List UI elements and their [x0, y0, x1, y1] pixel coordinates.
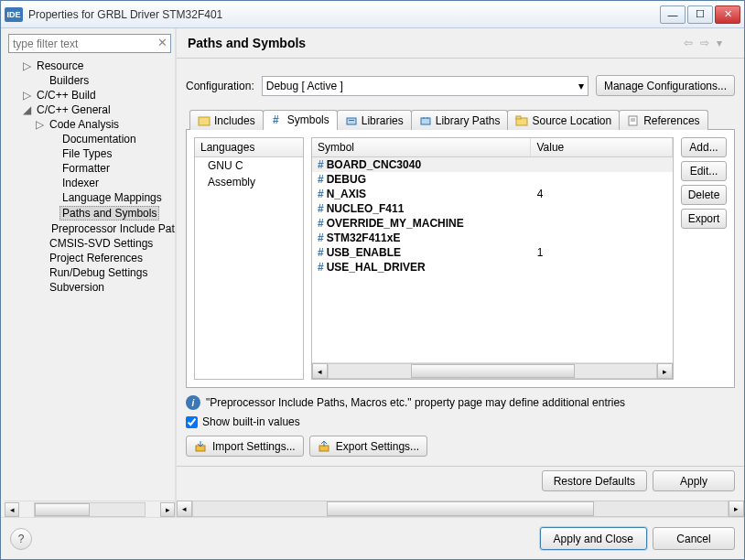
apply-button[interactable]: Apply: [653, 470, 735, 491]
tree-item[interactable]: ▷Code Analysis: [5, 117, 175, 132]
main-scrollbar[interactable]: ◂▸: [177, 501, 744, 517]
symbol-row[interactable]: #USB_ENABLE1: [312, 245, 673, 260]
language-item[interactable]: Assembly: [195, 174, 303, 190]
symbol-value: [532, 202, 673, 215]
symbol-row[interactable]: #BOARD_CNC3040: [312, 157, 673, 172]
tab-label: Library Paths: [436, 114, 501, 127]
menu-arrow-icon[interactable]: ▾: [717, 37, 733, 49]
symbol-row[interactable]: #N_AXIS4: [312, 187, 673, 201]
tab-includes[interactable]: Includes: [189, 110, 264, 130]
clear-filter-icon[interactable]: ✕: [157, 36, 167, 49]
svg-rect-4: [421, 118, 430, 124]
import-settings-button[interactable]: Import Settings...: [186, 436, 304, 457]
config-dropdown[interactable]: Debug [ Active ] ▾: [262, 76, 588, 96]
tree-item[interactable]: Documentation: [5, 132, 175, 146]
value-column-header[interactable]: Value: [531, 138, 673, 156]
tab-libraries[interactable]: Libraries: [337, 110, 412, 130]
symbols-table[interactable]: Symbol Value #BOARD_CNC3040#DEBUG#N_AXIS…: [311, 137, 674, 380]
show-builtin-label: Show built-in values: [202, 415, 300, 428]
export-icon: [318, 440, 332, 453]
tree-item[interactable]: Paths and Symbols: [5, 205, 175, 221]
symbol-name: STM32F411xE: [327, 232, 401, 244]
export-button[interactable]: Export: [681, 209, 727, 229]
tab-source-location[interactable]: Source Location: [507, 110, 620, 130]
svg-rect-6: [516, 116, 521, 119]
table-scrollbar[interactable]: ◂▸: [312, 362, 673, 379]
symbol-value: 4: [532, 188, 673, 200]
tree-item[interactable]: ◢C/C++ General: [5, 102, 175, 117]
tree-item[interactable]: ▷Resource: [5, 59, 175, 73]
tree-item[interactable]: CMSIS-SVD Settings: [5, 236, 175, 251]
back-icon[interactable]: ⇦: [684, 37, 700, 49]
maximize-button[interactable]: ☐: [687, 5, 713, 24]
tree-label: Paths and Symbols: [59, 206, 159, 221]
hash-icon: #: [318, 188, 324, 200]
tree-label: C/C++ General: [34, 103, 113, 116]
symbol-name: N_AXIS: [327, 188, 366, 200]
delete-button[interactable]: Delete: [681, 185, 727, 205]
window-title: Properties for GRBL Driver STM32F401: [28, 8, 660, 21]
tab-label: Source Location: [532, 114, 611, 127]
tree-item[interactable]: Preprocessor Include Pat: [5, 221, 175, 236]
minimize-button[interactable]: —: [660, 5, 686, 24]
tree-label: Indexer: [59, 177, 102, 189]
tree-label: Builders: [47, 74, 92, 87]
tab-label: References: [643, 114, 699, 127]
titlebar[interactable]: IDE Properties for GRBL Driver STM32F401…: [1, 1, 744, 28]
restore-defaults-button[interactable]: Restore Defaults: [542, 470, 647, 491]
tree-item[interactable]: Project References: [5, 251, 175, 265]
symbol-name: USB_ENABLE: [327, 246, 401, 259]
symbol-row[interactable]: #OVERRIDE_MY_MACHINE: [312, 216, 673, 231]
tab-symbols[interactable]: #Symbols: [263, 110, 338, 130]
tree-label: File Types: [59, 147, 114, 160]
sidebar: ✕ ▷ResourceBuilders▷C/C++ Build◢C/C++ Ge…: [1, 28, 175, 517]
symbol-row[interactable]: #DEBUG: [312, 172, 673, 187]
page-title: Paths and Symbols: [188, 36, 684, 50]
apply-close-button[interactable]: Apply and Close: [540, 527, 647, 550]
languages-header: Languages: [195, 138, 303, 157]
languages-panel: Languages GNU CAssembly: [194, 137, 304, 380]
symbol-row[interactable]: #STM32F411xE: [312, 231, 673, 245]
tree-item[interactable]: Builders: [5, 73, 175, 88]
tree-item[interactable]: Language Mappings: [5, 190, 175, 205]
symbol-value: [532, 158, 673, 171]
symbol-name: DEBUG: [327, 173, 366, 186]
tree-label: Documentation: [59, 133, 139, 145]
export-settings-button[interactable]: Export Settings...: [309, 436, 427, 457]
hash-icon: #: [318, 158, 324, 171]
cancel-button[interactable]: Cancel: [653, 527, 735, 550]
tree-item[interactable]: Run/Debug Settings: [5, 265, 175, 280]
sidebar-scrollbar[interactable]: ◂▸: [5, 501, 175, 517]
tab-library-paths[interactable]: Library Paths: [411, 110, 509, 130]
tree-label: Preprocessor Include Pat: [49, 222, 175, 235]
symbol-row[interactable]: #USE_HAL_DRIVER: [312, 260, 673, 275]
tab-references[interactable]: References: [619, 110, 707, 130]
add-button[interactable]: Add...: [681, 137, 727, 157]
edit-button[interactable]: Edit...: [681, 161, 727, 181]
nav-tree[interactable]: ▷ResourceBuilders▷C/C++ Build◢C/C++ Gene…: [5, 57, 175, 501]
symbol-column-header[interactable]: Symbol: [312, 138, 531, 156]
symbol-name: USE_HAL_DRIVER: [327, 261, 426, 274]
close-button[interactable]: ✕: [715, 5, 740, 24]
tree-item[interactable]: Subversion: [5, 280, 175, 295]
tree-item[interactable]: Indexer: [5, 176, 175, 190]
tab-icon: [419, 115, 432, 126]
show-builtin-checkbox[interactable]: [186, 416, 198, 428]
symbol-value: [532, 261, 673, 274]
language-item[interactable]: GNU C: [195, 157, 303, 174]
tree-label: Run/Debug Settings: [47, 266, 150, 279]
tree-item[interactable]: File Types: [5, 146, 175, 161]
tree-item[interactable]: ▷C/C++ Build: [5, 88, 175, 102]
tab-icon: [515, 115, 528, 126]
tree-item[interactable]: Formatter: [5, 161, 175, 176]
symbol-row[interactable]: #NUCLEO_F411: [312, 201, 673, 216]
hash-icon: #: [318, 173, 324, 186]
manage-config-button[interactable]: Manage Configurations...: [596, 75, 735, 96]
twisty-icon: ◢: [23, 103, 34, 116]
forward-icon[interactable]: ⇨: [700, 37, 717, 49]
filter-input[interactable]: [8, 34, 171, 53]
import-icon: [194, 440, 209, 453]
help-button[interactable]: ?: [10, 528, 32, 550]
info-text: "Preprocessor Include Paths, Macros etc.…: [206, 396, 625, 409]
tab-icon: [627, 115, 640, 126]
